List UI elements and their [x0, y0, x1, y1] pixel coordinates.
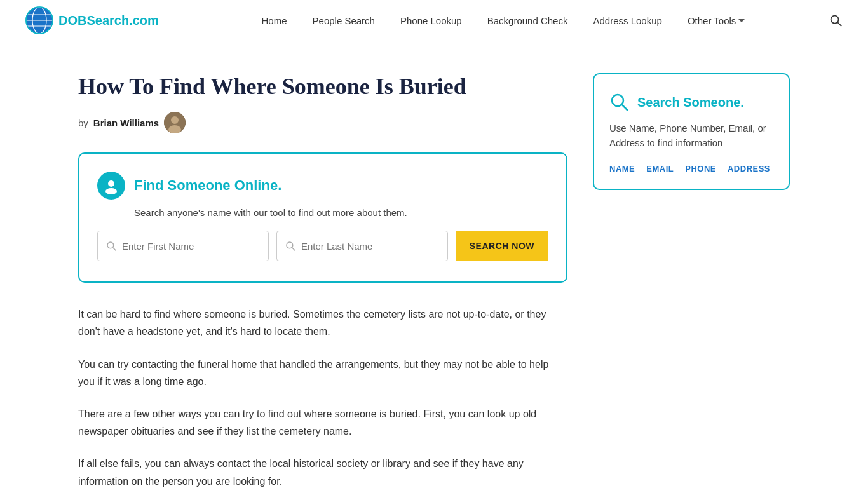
paragraph-1: It can be hard to find where someone is … — [78, 306, 567, 340]
svg-point-9 — [171, 116, 179, 124]
paragraph-4: If all else fails, you can always contac… — [78, 455, 567, 488]
svg-point-17 — [612, 95, 623, 106]
author-name: Brian Williams — [93, 118, 159, 128]
person-icon — [97, 172, 125, 200]
search-icon[interactable] — [829, 13, 843, 27]
search-icon-small — [105, 240, 117, 252]
paragraph-2: You can try contacting the funeral home … — [78, 356, 567, 390]
sidebar-link-name[interactable]: NAME — [609, 164, 635, 173]
svg-point-6 — [831, 16, 839, 24]
search-now-button[interactable]: SEARCH NOW — [456, 231, 548, 261]
svg-line-14 — [113, 248, 116, 251]
chevron-down-icon — [738, 19, 745, 22]
sidebar-search-card: Search Someone. Use Name, Phone Number, … — [593, 73, 790, 190]
svg-line-7 — [837, 22, 841, 26]
svg-line-16 — [292, 248, 295, 251]
svg-point-13 — [107, 242, 114, 248]
article-title: How To Find Where Someone Is Buried — [78, 73, 567, 100]
logo-icon — [25, 6, 53, 34]
nav-address-lookup[interactable]: Address Lookup — [580, 0, 674, 41]
last-name-input[interactable] — [301, 241, 440, 252]
author-prefix: by — [78, 118, 88, 128]
sidebar-link-address[interactable]: ADDRESS — [728, 164, 770, 173]
last-name-wrap — [276, 231, 448, 261]
sidebar-card-description: Use Name, Phone Number, Email, or Addres… — [609, 121, 773, 150]
svg-point-15 — [287, 242, 293, 248]
paragraph-3: There are a few other ways you can try t… — [78, 405, 567, 440]
sidebar-link-email[interactable]: EMAIL — [646, 164, 674, 173]
svg-point-11 — [108, 180, 114, 187]
author-line: by Brian Williams — [78, 112, 567, 133]
nav-other-tools[interactable]: Other Tools — [675, 0, 757, 41]
search-box-header: Find Someone Online. — [97, 172, 548, 200]
first-name-wrap — [97, 231, 269, 261]
nav-phone-lookup[interactable]: Phone Lookup — [388, 0, 475, 41]
first-name-input[interactable] — [122, 241, 261, 252]
main-nav: Home People Search Phone Lookup Backgrou… — [184, 0, 822, 41]
svg-line-18 — [622, 105, 628, 111]
article-column: How To Find Where Someone Is Buried by B… — [78, 73, 567, 488]
main-container: How To Find Where Someone Is Buried by B… — [53, 41, 815, 488]
site-logo[interactable]: DOBSearch.com — [25, 6, 159, 34]
sidebar-search-icon — [609, 92, 630, 112]
avatar — [164, 112, 186, 133]
sidebar-column: Search Someone. Use Name, Phone Number, … — [593, 73, 790, 488]
article-body: It can be hard to find where someone is … — [78, 306, 567, 488]
nav-background-check[interactable]: Background Check — [475, 0, 581, 41]
nav-home[interactable]: Home — [249, 0, 300, 41]
sidebar-link-phone[interactable]: PHONE — [685, 164, 716, 173]
site-header: DOBSearch.com Home People Search Phone L… — [0, 0, 868, 41]
search-inputs: SEARCH NOW — [97, 231, 548, 261]
sidebar-card-title: Search Someone. — [637, 95, 744, 110]
sidebar-card-header: Search Someone. — [609, 92, 773, 112]
svg-point-12 — [105, 188, 117, 194]
search-box-subtitle: Search anyone's name with our tool to fi… — [134, 207, 548, 218]
inline-search-box: Find Someone Online. Search anyone's nam… — [78, 152, 567, 283]
search-box-title: Find Someone Online. — [134, 177, 281, 194]
logo-text: DOBSearch.com — [58, 13, 159, 28]
nav-people-search[interactable]: People Search — [300, 0, 388, 41]
search-icon-small-2 — [285, 240, 296, 252]
sidebar-links: NAME EMAIL PHONE ADDRESS — [609, 164, 773, 173]
